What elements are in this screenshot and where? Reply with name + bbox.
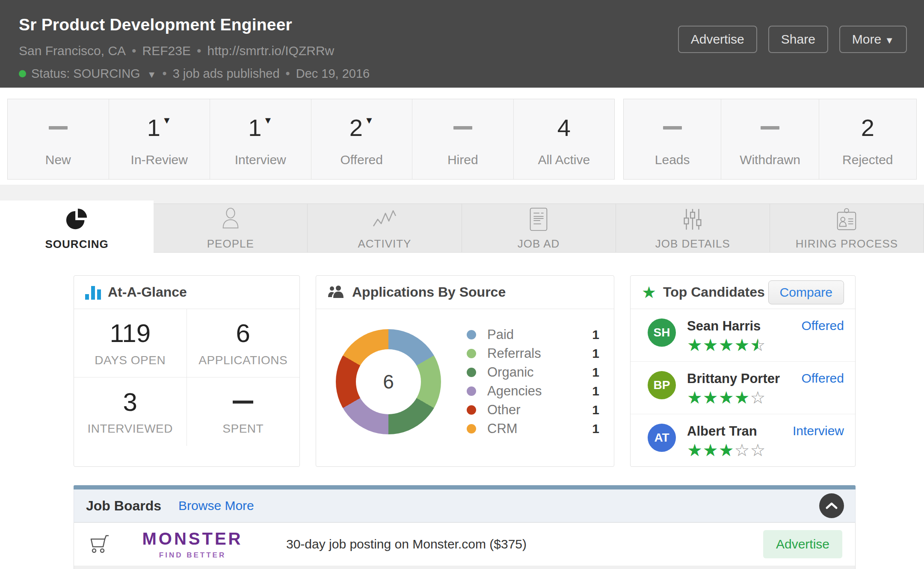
accent-strip xyxy=(74,485,856,489)
legend-item-paid: Paid 1 xyxy=(467,325,599,344)
empty-dash xyxy=(49,126,68,130)
separator-dot: • xyxy=(197,44,201,58)
glance-days-open: 119 DAYS OPEN xyxy=(74,309,187,377)
monster-logo: MONSTER FIND BETTER xyxy=(126,529,259,560)
activity-wave-icon xyxy=(371,206,398,232)
chevron-down-icon: ▼ xyxy=(263,115,272,126)
candidate-stage-link[interactable]: Interview xyxy=(793,424,844,459)
empty-dash xyxy=(233,401,253,404)
candidate-stage-link[interactable]: Offered xyxy=(801,318,844,354)
legend-item-crm: CRM 1 xyxy=(467,419,599,438)
job-boards-title: Job Boards xyxy=(86,498,161,514)
collapse-button[interactable] xyxy=(819,493,844,518)
pipeline-stage-withdrawn[interactable]: ▼ Withdrawn xyxy=(721,99,819,179)
tab-activity[interactable]: ACTIVITY xyxy=(308,203,462,253)
pipeline-stage-leads[interactable]: ▼ Leads xyxy=(624,99,721,179)
id-badge-icon xyxy=(834,206,859,232)
status-dot-icon xyxy=(19,70,26,77)
header-actions: Advertise Share More▼ xyxy=(678,26,907,88)
job-boards-section: Job Boards Browse More MONSTER FIND BETT… xyxy=(74,485,856,569)
pipeline-active-group: ▼ New 1▼ In-Review 1▼ Interview 2▼ Offer… xyxy=(7,99,615,180)
avatar: AT xyxy=(648,424,676,452)
chevron-down-icon: ▼ xyxy=(162,115,172,126)
card-title: At-A-Glance xyxy=(108,284,187,300)
top-candidates-card: ★ Top Candidates Compare SH Sean Harris … xyxy=(630,275,856,467)
chevron-down-icon: ▼ xyxy=(364,115,374,126)
more-button[interactable]: More▼ xyxy=(839,26,907,53)
browse-more-link[interactable]: Browse More xyxy=(178,498,254,513)
status-dropdown[interactable]: Status: SOURCING ▼ xyxy=(31,67,156,81)
legend-item-agencies: Agencies 1 xyxy=(467,382,599,401)
legend-dot xyxy=(467,405,476,415)
job-short-url[interactable]: http://smrtr.io/IQZRRw xyxy=(207,44,335,58)
job-ref: REF23E xyxy=(142,44,191,58)
donut-total: 6 xyxy=(383,370,394,393)
share-button[interactable]: Share xyxy=(768,26,828,53)
job-boards-list: MONSTER FIND BETTER 30-day job posting o… xyxy=(74,522,856,569)
separator-dot: • xyxy=(286,67,290,81)
legend-item-other: Other 1 xyxy=(467,401,599,419)
legend-dot xyxy=(467,424,476,433)
card-title: Top Candidates xyxy=(663,284,765,300)
empty-dash xyxy=(453,126,472,130)
bar-chart-icon xyxy=(85,285,101,300)
candidate-row-sean-harris[interactable]: SH Sean Harris ★★★★☆★ Offered xyxy=(631,309,855,362)
pipeline-stage-in-review[interactable]: 1▼ In-Review xyxy=(109,99,210,179)
pie-chart-icon xyxy=(65,206,89,233)
tab-people[interactable]: PEOPLE xyxy=(154,203,308,253)
avatar: BP xyxy=(648,371,676,399)
star-rating: ★★★★☆ xyxy=(687,389,780,406)
pipeline-stage-all-active[interactable]: 4▼ All Active xyxy=(514,99,615,179)
legend-item-organic: Organic 1 xyxy=(467,363,599,382)
tab-hiring-process[interactable]: HIRING PROCESS xyxy=(770,203,924,253)
compare-button[interactable]: Compare xyxy=(768,280,844,304)
advertise-button[interactable]: Advertise xyxy=(678,26,757,53)
job-boards-header: Job Boards Browse More xyxy=(74,489,856,522)
pipeline-stage-interview[interactable]: 1▼ Interview xyxy=(210,99,311,179)
empty-dash xyxy=(663,126,682,130)
donut-center: 6 xyxy=(356,349,421,414)
applications-by-source-card: Applications By Source 6 Paid 1 Referral… xyxy=(316,275,614,467)
candidate-stage-link[interactable]: Offered xyxy=(801,371,844,406)
job-board-description: 30-day job posting on Monster.com ($375) xyxy=(286,537,527,551)
chevron-down-icon: ▼ xyxy=(885,35,894,46)
legend-dot xyxy=(467,330,476,339)
advertise-monster-button[interactable]: Advertise xyxy=(763,530,842,558)
cart-icon[interactable] xyxy=(87,531,118,557)
pipeline-stage-hired[interactable]: ▼ Hired xyxy=(412,99,514,179)
candidate-row-brittany-porter[interactable]: BP Brittany Porter ★★★★☆ Offered xyxy=(631,362,855,414)
sourcing-widgets: At-A-Glance 119 DAYS OPEN 6 APPLICATIONS… xyxy=(74,275,856,467)
job-board-row-monster: MONSTER FIND BETTER 30-day job posting o… xyxy=(74,523,855,566)
legend-dot xyxy=(467,386,476,396)
glance-grid: 119 DAYS OPEN 6 APPLICATIONS 3 INTERVIEW… xyxy=(74,309,299,446)
star-rating: ★★★☆☆ xyxy=(687,442,766,459)
people-icon xyxy=(327,285,345,300)
glance-interviewed: 3 INTERVIEWED xyxy=(74,377,187,446)
sliders-icon xyxy=(680,206,705,232)
pipeline-summary: ▼ New 1▼ In-Review 1▼ Interview 2▼ Offer… xyxy=(7,99,917,180)
separator-dot: • xyxy=(132,44,136,58)
job-status-line: Status: SOURCING ▼ • 3 job ads published… xyxy=(19,67,370,81)
pipeline-stage-rejected[interactable]: 2▼ Rejected xyxy=(819,99,916,179)
pipeline-stage-offered[interactable]: 2▼ Offered xyxy=(311,99,413,179)
pipeline-inactive-group: ▼ Leads ▼ Withdrawn 2▼ Rejected xyxy=(623,99,917,180)
separator-dot: • xyxy=(162,67,166,81)
person-icon xyxy=(218,206,243,232)
job-header-info: Sr Product Development Engineer San Fran… xyxy=(19,15,370,88)
at-a-glance-card: At-A-Glance 119 DAYS OPEN 6 APPLICATIONS… xyxy=(74,275,300,467)
avatar: SH xyxy=(648,318,676,347)
legend-dot xyxy=(467,349,476,358)
pipeline-stage-new[interactable]: ▼ New xyxy=(8,99,109,179)
glance-spent: SPENT xyxy=(187,377,300,446)
source-donut: 6 xyxy=(336,329,441,434)
tab-job-details[interactable]: JOB DETAILS xyxy=(616,203,770,253)
job-ads-published: 3 job ads published xyxy=(173,67,280,81)
source-legend: Paid 1 Referrals 1 Organic 1 Agencies 1 xyxy=(467,325,599,438)
candidate-row-albert-tran[interactable]: AT Albert Tran ★★★☆☆ Interview xyxy=(631,414,855,466)
legend-dot xyxy=(467,368,476,377)
empty-dash xyxy=(761,126,779,130)
tab-sourcing[interactable]: SOURCING xyxy=(0,200,154,256)
document-icon xyxy=(528,206,549,232)
tab-job-ad[interactable]: JOB AD xyxy=(462,203,616,253)
page-title: Sr Product Development Engineer xyxy=(19,15,370,34)
